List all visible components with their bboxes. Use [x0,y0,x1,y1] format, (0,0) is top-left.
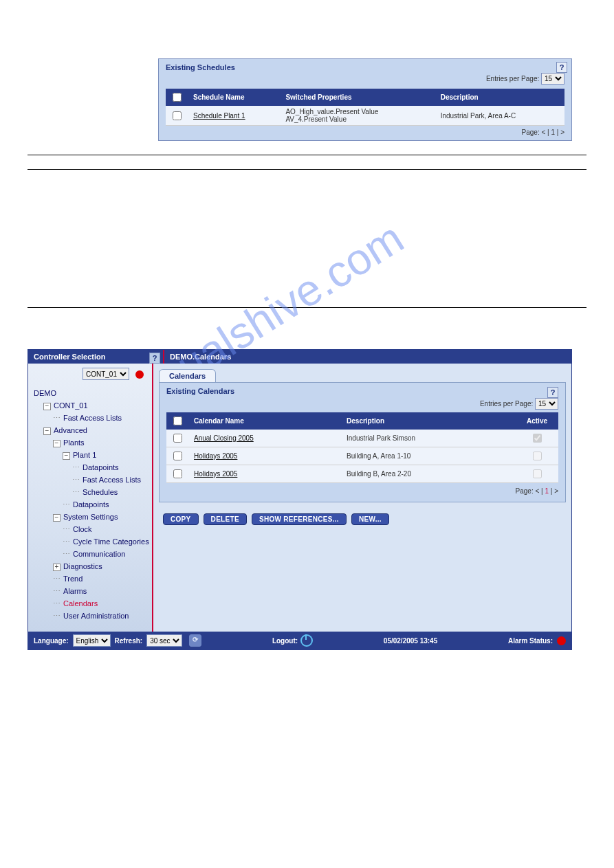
col-switched-properties: Switched Properties [281,89,436,106]
row-checkbox[interactable] [173,434,182,443]
breadcrumb: DEMO.Calendars [164,350,237,364]
entries-label: Entries per Page: [486,75,539,82]
header-left: Controller Selection ? [28,350,164,364]
calendars-table: Calendar Name Description Active Anual C… [166,412,558,483]
table-row: Anual Closing 2005 Industrial Park Simso… [166,430,558,447]
tree-node[interactable]: Alarms [43,585,152,597]
tree-node[interactable]: Fast Access Lists [43,412,152,424]
tree-node[interactable]: Diagnostics [63,562,102,570]
status-dot-icon [135,370,144,379]
tree-node[interactable]: Communication [53,548,152,560]
tree-node[interactable]: CONT_01 [54,401,88,410]
calendar-link[interactable]: Holidays 2005 [194,452,237,460]
calendar-link[interactable]: Holidays 2005 [194,470,237,478]
controller-select[interactable]: CONT_01 [83,368,129,380]
tree-view[interactable]: DEMO −CONT_01 Fast Access Lists −Advance… [28,384,152,622]
tree-node[interactable]: Schedules [63,486,152,498]
existing-schedules-panel: ? Existing Schedules Entries per Page: 1… [158,58,572,141]
cell-description: Building A, Area 1-10 [342,447,516,465]
sidebar: CONT_01 DEMO −CONT_01 Fast Access Lists … [28,364,153,632]
table-row: Holidays 2005 Building B, Area 2-20 [166,465,558,483]
row-checkbox[interactable] [173,452,182,460]
alarm-status-label: Alarm Status: [508,637,553,645]
main-area: Calendars ? Existing Calendars Entries p… [153,364,571,632]
entries-label: Entries per Page: [480,400,533,408]
table-row: Holidays 2005 Building A, Area 1-10 [166,447,558,465]
switched-property: AO_High_value.Present Value [285,108,432,115]
copy-button[interactable]: COPY [163,513,199,525]
refresh-label: Refresh: [115,637,143,645]
existing-calendars-panel: ? Existing Calendars Entries per Page: 1… [159,382,566,502]
row-checkbox[interactable] [173,469,182,478]
cell-description: Industrial Park, Area A-C [437,106,564,126]
tree-node[interactable]: User Administration [43,610,152,622]
switched-property: AV_4.Present Value [285,115,432,123]
table-row: Schedule Plant 1 AO_High_value.Present V… [166,106,564,126]
page-navigation[interactable]: Page: < | 1 | > [166,483,558,495]
tab-calendars[interactable]: Calendars [159,369,216,382]
language-select[interactable]: English [73,634,111,647]
alarm-status-icon [557,636,566,645]
col-active: Active [516,412,558,430]
calendar-link[interactable]: Anual Closing 2005 [194,434,254,442]
tree-node[interactable]: Datapoints [53,498,152,511]
cell-description: Building B, Area 2-20 [342,465,516,483]
tree-node-selected[interactable]: Calendars [43,597,152,610]
col-calendar-name: Calendar Name [190,412,342,430]
help-icon[interactable]: ? [547,387,558,398]
entries-select[interactable]: 15 [541,73,564,85]
status-bar: Language: English Refresh: 30 sec ⟳ Logo… [28,632,571,649]
cell-description: Industrial Park Simson [342,430,516,447]
active-checkbox [533,452,542,460]
page-navigation[interactable]: Page: < | 1 | > [159,126,571,140]
language-label: Language: [34,637,69,645]
logout-label: Logout: [272,637,298,645]
tree-node[interactable]: Plants [63,438,85,447]
col-description: Description [342,412,516,430]
refresh-icon[interactable]: ⟳ [189,634,201,647]
select-all-checkbox[interactable] [173,93,182,102]
help-icon[interactable]: ? [149,353,160,364]
tree-node[interactable]: Advanced [54,426,87,434]
tree-node[interactable]: Plant 1 [73,451,96,459]
tree-node[interactable]: Datapoints [63,461,152,474]
power-icon[interactable] [300,634,313,647]
tree-node[interactable]: Fast Access Lists [63,474,152,486]
tree-node[interactable]: System Settings [63,513,118,521]
schedule-link[interactable]: Schedule Plant 1 [193,112,245,120]
delete-button[interactable]: DELETE [204,513,247,525]
tree-node[interactable]: Trend [43,572,152,585]
row-checkbox[interactable] [173,111,182,120]
col-schedule-name: Schedule Name [189,89,281,106]
new-button[interactable]: NEW... [351,513,389,525]
panel-title: Existing Schedules [159,59,571,73]
help-icon[interactable]: ? [556,62,567,73]
refresh-select[interactable]: 30 sec [146,634,182,647]
datetime: 05/02/2005 13:45 [384,637,437,645]
entries-select[interactable]: 15 [535,398,558,410]
schedules-table: Schedule Name Switched Properties Descri… [166,89,564,126]
app-window: Controller Selection ? DEMO.Calendars CO… [28,349,572,650]
tree-node[interactable]: Clock [53,523,152,535]
active-checkbox [533,434,542,443]
panel-title: Existing Calendars [166,387,558,395]
tree-node[interactable]: Cycle Time Categories [53,535,152,548]
col-description: Description [437,89,564,106]
tree-node[interactable]: DEMO [34,387,152,399]
select-all-checkbox[interactable] [173,416,182,425]
active-checkbox [533,469,542,478]
show-references-button[interactable]: SHOW REFERENCES... [252,513,347,525]
